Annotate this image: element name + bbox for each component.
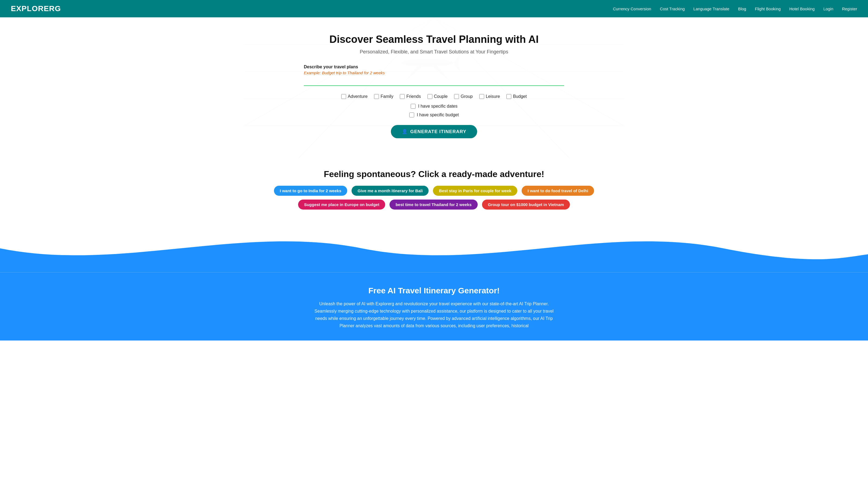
leisure-label: Leisure bbox=[486, 94, 500, 99]
blue-section-text: Unleash the power of AI with Explorerg a… bbox=[312, 300, 556, 330]
budget-option-label: I have specific budget bbox=[417, 112, 459, 118]
checkbox-budget[interactable]: Budget bbox=[506, 94, 527, 99]
nav-hotel[interactable]: Hotel Booking bbox=[789, 6, 814, 11]
wave-section bbox=[0, 224, 868, 272]
nav-flight[interactable]: Flight Booking bbox=[755, 6, 781, 11]
couple-label: Couple bbox=[434, 94, 448, 99]
travel-form: Describe your travel plans Example: Budg… bbox=[304, 65, 564, 138]
checkbox-friends[interactable]: Friends bbox=[400, 94, 421, 99]
type-checkboxes: Adventure Family Friends Couple Group bbox=[304, 94, 564, 99]
checkbox-adventure[interactable]: Adventure bbox=[341, 94, 368, 99]
chip-paris[interactable]: Best stay in Paris for couple for week bbox=[433, 186, 517, 196]
budget-label: Budget bbox=[513, 94, 527, 99]
budget-option-checkbox[interactable] bbox=[409, 112, 414, 118]
hero-content: Discover Seamless Travel Planning with A… bbox=[299, 18, 569, 149]
checkbox-budget-option[interactable]: I have specific budget bbox=[409, 112, 459, 118]
generate-label: GENERATE ITINERARY bbox=[410, 129, 467, 134]
chips-row-1: I want to go to India for 2 weeks Give m… bbox=[5, 186, 863, 196]
form-example: Example: Budget trip to Thailand for 2 w… bbox=[304, 70, 564, 75]
dates-checkbox[interactable] bbox=[411, 104, 415, 109]
nav-cost[interactable]: Cost Tracking bbox=[660, 6, 685, 11]
nav-currency[interactable]: Currency Conversion bbox=[613, 6, 651, 11]
adventure-label: Adventure bbox=[348, 94, 368, 99]
chip-europe[interactable]: Suggest me place in Europe on budget bbox=[298, 199, 385, 209]
logo: EXPLORERG bbox=[11, 4, 61, 13]
family-label: Family bbox=[380, 94, 393, 99]
blue-section-title: Free AI Travel Itinerary Generator! bbox=[5, 286, 863, 295]
checkbox-dates[interactable]: I have specific dates bbox=[411, 104, 458, 109]
spontaneous-section: Feeling spontaneous? Click a ready-made … bbox=[0, 158, 868, 219]
nav-blog[interactable]: Blog bbox=[738, 6, 746, 11]
friends-label: Friends bbox=[406, 94, 421, 99]
friends-checkbox[interactable] bbox=[400, 94, 405, 99]
leisure-checkbox[interactable] bbox=[479, 94, 484, 99]
nav-login[interactable]: Login bbox=[823, 6, 833, 11]
form-label: Describe your travel plans bbox=[304, 65, 564, 69]
checkbox-group[interactable]: Group bbox=[454, 94, 472, 99]
generate-button[interactable]: 👤 GENERATE ITINERARY bbox=[391, 125, 477, 138]
chip-india[interactable]: I want to go to India for 2 weeks bbox=[274, 186, 347, 196]
nav-links: Currency Conversion Cost Tracking Langua… bbox=[613, 6, 857, 11]
chips-row-2: Suggest me place in Europe on budget bes… bbox=[5, 199, 863, 209]
couple-checkbox[interactable] bbox=[428, 94, 432, 99]
travel-input[interactable] bbox=[304, 77, 564, 86]
hero-subtitle: Personalized, Flexible, and Smart Travel… bbox=[360, 49, 508, 55]
group-checkbox[interactable] bbox=[454, 94, 459, 99]
nav-language[interactable]: Language Translate bbox=[693, 6, 730, 11]
group-label: Group bbox=[461, 94, 472, 99]
budget-checkbox[interactable] bbox=[506, 94, 511, 99]
spontaneous-title: Feeling spontaneous? Click a ready-made … bbox=[5, 169, 863, 179]
option-checkboxes: I have specific dates I have specific bu… bbox=[304, 104, 564, 118]
hero-title: Discover Seamless Travel Planning with A… bbox=[329, 34, 539, 45]
blue-section: Free AI Travel Itinerary Generator! Unle… bbox=[0, 272, 868, 340]
checkbox-family[interactable]: Family bbox=[374, 94, 393, 99]
family-checkbox[interactable] bbox=[374, 94, 379, 99]
generate-icon: 👤 bbox=[402, 129, 408, 134]
checkbox-leisure[interactable]: Leisure bbox=[479, 94, 500, 99]
chip-thailand[interactable]: best time to travel Thailand for 2 weeks bbox=[390, 199, 477, 209]
hero-section: Discover Seamless Travel Planning with A… bbox=[0, 18, 868, 158]
navbar: EXPLORERG Currency Conversion Cost Track… bbox=[0, 0, 868, 18]
chip-bali[interactable]: Give me a month itinerary for Bali bbox=[351, 186, 429, 196]
checkbox-couple[interactable]: Couple bbox=[428, 94, 448, 99]
nav-register[interactable]: Register bbox=[842, 6, 857, 11]
dates-label: I have specific dates bbox=[418, 104, 458, 109]
chip-vietnam[interactable]: Group tour on $1000 budget in Vietnam bbox=[482, 199, 570, 209]
adventure-checkbox[interactable] bbox=[341, 94, 346, 99]
chip-delhi[interactable]: I want to do food travel of Delhi bbox=[522, 186, 594, 196]
